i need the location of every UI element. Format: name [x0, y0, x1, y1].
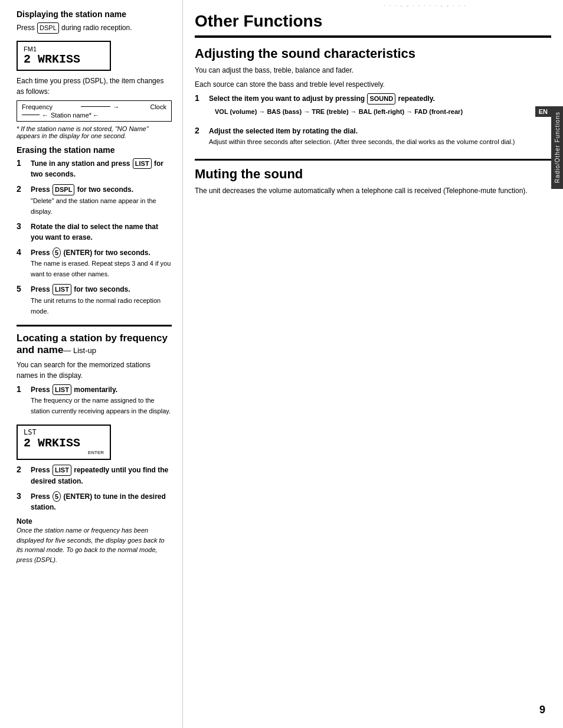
sound-chain: VOL (volume) → BAS (bass) → TRE (treble)…	[215, 107, 551, 117]
erase-step-5-bold: Press LIST for two seconds.	[31, 285, 130, 293]
muting-heading: Muting the sound	[195, 167, 551, 182]
locate-step-1: 1 Press LIST momentarily. The frequency …	[17, 384, 172, 417]
erase-step-1: 1 Tune in any station and press LIST for…	[17, 158, 172, 180]
lst-display-box: LST 2 WRKISS ENTER	[17, 425, 111, 460]
erase-step-5-normal: The unit returns to the normal radio rec…	[31, 297, 161, 315]
each-time-text: Each time you press (DSPL), the item cha…	[17, 76, 172, 97]
locate-step-1-normal: The frequency or the name assigned to th…	[31, 397, 171, 414]
erasing-title: Erasing the station name	[17, 145, 172, 155]
locate-step-1-bold: Press LIST momentarily.	[31, 386, 117, 394]
erase-step-5: 5 Press LIST for two seconds. The unit r…	[17, 284, 172, 316]
lst-main: 2 WRKISS	[24, 436, 104, 450]
erase-step-1-text: Tune in any station and press LIST for t…	[31, 159, 163, 179]
page-container: Displaying the station name Press DSPL d…	[0, 0, 563, 728]
erase-step-2-bold: Press DSPL for two seconds.	[31, 185, 133, 194]
station-row: ← Station name* ←	[22, 112, 166, 119]
freq-diagram: Frequency → Clock ← Station name* ←	[17, 100, 172, 122]
erase-step-4-normal: The name is erased. Repeat steps 3 and 4…	[31, 260, 171, 278]
adjust-step-2-bold: Adjust the selected item by rotating the…	[209, 127, 358, 135]
adjusting-heading: Adjusting the sound characteristics	[195, 46, 551, 61]
station-note: * If the station name is not stored, "NO…	[17, 125, 172, 139]
sidebar-tab: Radio/Other Functions	[551, 106, 563, 189]
locate-step-3-bold: Press 5 (ENTER) to tune in the desired s…	[31, 492, 166, 512]
fm-display-box: FM1 2 WRKISS	[17, 41, 111, 71]
note-label: Note	[17, 517, 172, 525]
erase-step-4: 4 Press 5 (ENTER) for two seconds. The n…	[17, 247, 172, 280]
locating-heading: Locating a station by frequency and name…	[17, 332, 172, 356]
locate-step-2-bold: Press LIST repeatedly until you find the…	[31, 466, 168, 485]
note-section: Note Once the station name or frequency …	[17, 517, 172, 564]
adjusting-intro1: You can adjust the bass, treble, balance…	[195, 65, 551, 76]
list-key-l1: LIST	[53, 384, 71, 396]
list-key-l2: LIST	[53, 465, 71, 476]
list-key-1: LIST	[133, 158, 152, 169]
locate-step-3: 3 Press 5 (ENTER) to tune in the desired…	[17, 491, 172, 513]
dspl-key: DSPL	[37, 22, 59, 34]
muting-text: The unit decreases the volume automatica…	[195, 185, 551, 196]
displaying-title: Displaying the station name	[17, 9, 172, 19]
note-text: Once the station name or frequency has b…	[17, 525, 172, 564]
sidebar-tab-text: Radio/Other Functions	[554, 112, 561, 183]
adjust-step-2-normal: Adjust within three seconds after select…	[209, 138, 515, 145]
section-divider-1	[17, 325, 172, 327]
left-column: Displaying the station name Press DSPL d…	[0, 0, 183, 728]
adjust-step-1: 1 Select the item you want to adjust by …	[195, 93, 551, 121]
wrkiss-display: 2 WRKISS	[24, 53, 104, 66]
lst-enter: ENTER	[24, 450, 104, 455]
adjust-step-1-bold: Select the item you want to adjust by pr…	[209, 94, 435, 103]
en-badge: EN	[535, 106, 551, 117]
right-column: · · · - - · · · · · - - · · · Other Func…	[183, 0, 563, 728]
page-number: 9	[539, 704, 545, 716]
erase-step-2: 2 Press DSPL for two seconds. "Delete" a…	[17, 184, 172, 217]
displaying-step: Press DSPL during radio reception.	[17, 22, 172, 34]
locating-intro: You can search for the memorized station…	[17, 360, 172, 381]
title-area: Other Functions	[195, 6, 551, 38]
clock-label: Clock	[150, 103, 166, 110]
dspl-key-2: DSPL	[53, 184, 74, 195]
station-name-label: Station name*	[51, 112, 91, 119]
fm-label: FM1	[24, 45, 104, 53]
erase-step-3: 3 Rotate the dial to select the name tha…	[17, 221, 172, 243]
page-title: Other Functions	[195, 12, 551, 33]
enter-key-l3: 5	[53, 491, 61, 502]
freq-row: Frequency → Clock	[22, 103, 166, 110]
watermark: · · · - - · · · · · - - · · ·	[384, 2, 467, 9]
section-divider-2	[195, 159, 551, 161]
erase-step-4-bold: Press 5 (ENTER) for two seconds.	[31, 249, 150, 257]
erase-step-2-normal: "Delete" and the station name appear in …	[31, 197, 156, 215]
locate-step-2: 2 Press LIST repeatedly until you find t…	[17, 465, 172, 487]
enter-key-4: 5	[53, 247, 61, 259]
adjust-step-2: 2 Adjust the selected item by rotating t…	[195, 126, 551, 147]
sound-key: SOUND	[367, 93, 395, 105]
locating-subtitle: — List-up	[63, 346, 96, 355]
list-key-5: LIST	[53, 284, 71, 295]
freq-label: Frequency	[22, 103, 53, 110]
adjusting-intro2: Each source can store the bass and trebl…	[195, 79, 551, 90]
erase-step-3-text: Rotate the dial to select the name that …	[31, 223, 158, 241]
lst-label: LST	[24, 428, 104, 436]
